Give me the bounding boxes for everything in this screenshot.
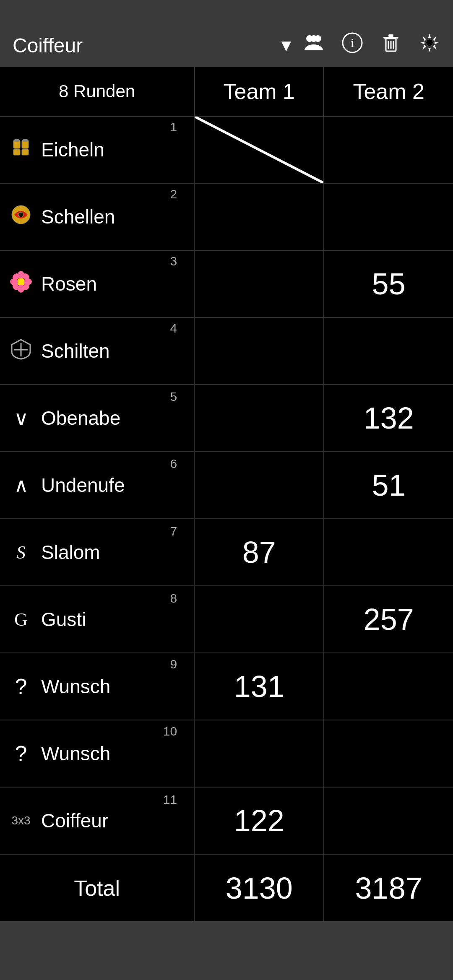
schellen-icon: [8, 204, 34, 230]
rosen-team2-score[interactable]: 55: [324, 250, 453, 317]
rosen-icon: [8, 271, 34, 297]
table-row[interactable]: 2 Schellen: [0, 183, 453, 250]
table-row[interactable]: 10 ? Wunsch: [0, 720, 453, 787]
table-row[interactable]: 8 G Gusti 257: [0, 586, 453, 653]
people-icon[interactable]: [303, 32, 325, 59]
svg-rect-19: [13, 149, 20, 155]
svg-rect-6: [383, 37, 398, 39]
coiffeur-label: Coiffeur: [41, 809, 108, 832]
toolbar: Coiffeur ▼ i: [0, 0, 453, 67]
total-team1-score: 3130: [194, 854, 324, 921]
gusti-team2-score[interactable]: 257: [324, 586, 453, 653]
table-row[interactable]: 6 ∧ Undenufe 51: [0, 452, 453, 519]
row-label-cell: 7 S Slalom: [0, 519, 194, 586]
table-row[interactable]: 4 Schilten: [0, 317, 453, 385]
svg-point-23: [18, 212, 23, 217]
schellen-label: Schellen: [41, 205, 115, 228]
gusti-label: Gusti: [41, 608, 86, 631]
row-label-cell: 11 3x3 Coiffeur: [0, 787, 194, 854]
wunsch1-team2-score[interactable]: [324, 653, 453, 720]
wunsch1-icon: ?: [8, 674, 34, 699]
gusti-icon: G: [8, 609, 34, 630]
schilten-team1-score[interactable]: [194, 317, 324, 385]
rounds-label: 8 Runden: [0, 67, 194, 116]
wunsch2-team1-score[interactable]: [194, 720, 324, 787]
coiffeur-team1-score[interactable]: 122: [194, 787, 324, 854]
svg-point-14: [427, 41, 432, 45]
table-row[interactable]: 9 ? Wunsch 131: [0, 653, 453, 720]
slalom-icon: S: [8, 542, 34, 563]
delete-icon[interactable]: [380, 32, 402, 59]
slalom-team1-score[interactable]: 87: [194, 519, 324, 586]
table-row[interactable]: 3 Rosen: [0, 250, 453, 317]
obenabe-icon: ∨: [8, 406, 34, 430]
coiffeur-icon: 3x3: [8, 814, 34, 827]
app-title: Coiffeur: [13, 34, 265, 57]
schellen-team1-score[interactable]: [194, 183, 324, 250]
row-label-cell: 10 ? Wunsch: [0, 720, 194, 787]
total-team2-score: 3187: [324, 854, 453, 921]
undenufe-label: Undenufe: [41, 474, 125, 496]
row-label-cell: 1 Eicheln: [0, 116, 194, 183]
rosen-team1-score[interactable]: [194, 250, 324, 317]
schilten-icon: [8, 338, 34, 364]
row-label-cell: 8 G Gusti: [0, 586, 194, 653]
schilten-team2-score[interactable]: [324, 317, 453, 385]
svg-rect-7: [388, 34, 393, 37]
slalom-label: Slalom: [41, 541, 100, 564]
undenufe-team1-score[interactable]: [194, 452, 324, 519]
table-header: 8 Runden Team 1 Team 2: [0, 67, 453, 116]
svg-point-2: [310, 35, 317, 42]
svg-rect-18: [23, 139, 28, 142]
team2-header: Team 2: [324, 67, 453, 116]
wunsch1-team1-score[interactable]: 131: [194, 653, 324, 720]
svg-rect-20: [22, 149, 29, 155]
table-row[interactable]: 1 Eicheln: [0, 116, 453, 183]
score-table: 8 Runden Team 1 Team 2 1 Eicheln: [0, 67, 453, 921]
wunsch1-label: Wunsch: [41, 675, 110, 698]
svg-text:i: i: [351, 36, 354, 49]
row-label-cell: 6 ∧ Undenufe: [0, 452, 194, 519]
eicheln-icon: [8, 137, 34, 163]
wunsch2-icon: ?: [8, 741, 34, 766]
coiffeur-team2-score[interactable]: [324, 787, 453, 854]
gusti-team1-score[interactable]: [194, 586, 324, 653]
info-icon[interactable]: i: [341, 32, 363, 59]
row-label-cell: 4 Schilten: [0, 317, 194, 385]
obenabe-team2-score[interactable]: 132: [324, 385, 453, 452]
slalom-team2-score[interactable]: [324, 519, 453, 586]
settings-icon[interactable]: [419, 32, 440, 59]
schilten-label: Schilten: [41, 340, 110, 362]
wunsch2-label: Wunsch: [41, 742, 110, 765]
svg-line-21: [195, 117, 323, 183]
eicheln-team2-score[interactable]: [324, 116, 453, 183]
table-row[interactable]: 5 ∨ Obenabe 132: [0, 385, 453, 452]
undenufe-team2-score[interactable]: 51: [324, 452, 453, 519]
eicheln-label: Eicheln: [41, 138, 104, 161]
schellen-team2-score[interactable]: [324, 183, 453, 250]
obenabe-team1-score[interactable]: [194, 385, 324, 452]
total-label: Total: [0, 854, 194, 921]
svg-point-33: [18, 278, 24, 285]
rosen-label: Rosen: [41, 273, 97, 295]
dropdown-icon[interactable]: ▼: [278, 36, 294, 55]
wunsch2-team2-score[interactable]: [324, 720, 453, 787]
table-row[interactable]: 11 3x3 Coiffeur 122: [0, 787, 453, 854]
row-label-cell: 3 Rosen: [0, 250, 194, 317]
svg-rect-16: [14, 139, 19, 142]
row-label-cell: 9 ? Wunsch: [0, 653, 194, 720]
total-row: Total 3130 3187: [0, 854, 453, 921]
row-label-cell: 5 ∨ Obenabe: [0, 385, 194, 452]
obenabe-label: Obenabe: [41, 407, 120, 429]
eicheln-team1-score[interactable]: [194, 116, 324, 183]
team1-header: Team 1: [194, 67, 324, 116]
undenufe-icon: ∧: [8, 473, 34, 497]
table-row[interactable]: 7 S Slalom 87: [0, 519, 453, 586]
row-label-cell: 2 Schellen: [0, 183, 194, 250]
